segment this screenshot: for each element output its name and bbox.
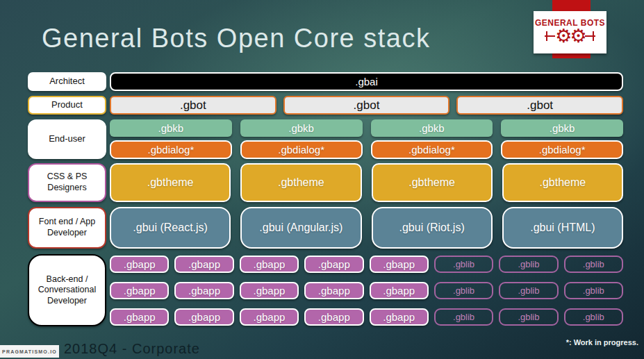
- block-gbkb: .gbkb: [501, 119, 623, 137]
- block-gbapp: .gbapp: [240, 308, 299, 326]
- block-gbapp: .gbapp: [174, 282, 233, 299]
- block-gbdialog: .gbdialog*: [110, 140, 232, 159]
- block-gbapp: .gbapp: [110, 282, 169, 299]
- block-gbapp: .gbapp: [370, 308, 429, 326]
- block-gblib: .gblib: [434, 308, 493, 326]
- block-gbdialog: .gbdialog*: [371, 140, 493, 159]
- role-label-end-user: End-user: [28, 119, 106, 159]
- gears-icon: ⚙⚙: [545, 26, 595, 47]
- block-gblib: .gblib: [564, 256, 623, 273]
- row-gbtheme: .gbtheme .gbtheme .gbtheme .gbtheme: [110, 163, 623, 202]
- block-gbapp: .gbapp: [174, 308, 233, 326]
- block-gbapp: .gbapp: [240, 282, 299, 299]
- pragmatismo-badge: PRAGMATISMO.IO: [0, 345, 59, 358]
- block-gbapp: .gbapp: [110, 256, 169, 273]
- block-gbai: .gbai: [110, 72, 623, 91]
- role-label-backend-conversational-developer: Back-end / Conversational Developer: [28, 254, 106, 326]
- block-gblib: .gblib: [434, 256, 493, 273]
- block-gblib: .gblib: [564, 282, 623, 299]
- row-gbot: .gbot .gbot .gbot: [110, 96, 623, 115]
- block-gbapp: .gbapp: [174, 256, 233, 273]
- block-gbapp: .gbapp: [370, 282, 429, 299]
- general-bots-logo: GENERAL BOTS ⚙⚙: [534, 11, 606, 53]
- block-gbapp: .gbapp: [240, 256, 299, 273]
- row-gbdialog: .gbdialog* .gbdialog* .gbdialog* .gbdial…: [110, 140, 623, 159]
- gear-axle-right-icon: [585, 35, 595, 37]
- gear-icon: ⚙⚙: [555, 26, 584, 47]
- block-gbtheme: .gbtheme: [502, 163, 623, 202]
- block-gbdialog: .gbdialog*: [240, 140, 363, 159]
- block-gbapp: .gbapp: [370, 256, 429, 273]
- block-gbapp: .gbapp: [304, 282, 363, 299]
- block-gbui-react: .gbui (React.js): [110, 207, 231, 249]
- block-gblib: .gblib: [564, 308, 623, 326]
- block-gbapp: .gbapp: [110, 308, 169, 326]
- gear-axle-left-icon: [545, 35, 555, 37]
- row-backend-3: .gbapp .gbapp .gbapp .gbapp .gbapp .gbli…: [110, 308, 623, 326]
- block-gbot: .gbot: [456, 96, 623, 115]
- block-gbtheme: .gbtheme: [240, 163, 361, 202]
- slide-general-bots-open-core-stack: General Bots Open Core stack GENERAL BOT…: [0, 0, 644, 359]
- role-label-css-ps-designers: CSS & PS Designers: [28, 163, 106, 202]
- block-gbtheme: .gbtheme: [110, 163, 231, 202]
- block-gbui-angular: .gbui (Angular.js): [240, 207, 361, 249]
- block-gbapp: .gbapp: [304, 256, 363, 273]
- work-in-progress-note: *: Work in progress.: [566, 338, 638, 347]
- block-gbtheme: .gbtheme: [372, 163, 493, 202]
- block-gbot: .gbot: [110, 96, 276, 115]
- block-gbapp: .gbapp: [304, 308, 363, 326]
- block-gbkb: .gbkb: [240, 119, 363, 137]
- block-gbkb: .gbkb: [110, 119, 232, 137]
- role-label-frontend-app-developer: Font end / App Developer: [28, 207, 106, 249]
- row-gbai: .gbai: [110, 72, 623, 91]
- role-label-architect: Architect: [28, 72, 106, 91]
- row-gbui: .gbui (React.js) .gbui (Angular.js) .gbu…: [110, 207, 623, 249]
- page-title: General Bots Open Core stack: [42, 24, 430, 53]
- row-backend-2: .gbapp .gbapp .gbapp .gbapp .gbapp .gbli…: [110, 282, 623, 299]
- row-backend-1: .gbapp .gbapp .gbapp .gbapp .gbapp .gbli…: [110, 256, 623, 273]
- block-gblib: .gblib: [499, 308, 558, 326]
- block-gblib: .gblib: [499, 256, 558, 273]
- block-gblib: .gblib: [499, 282, 558, 299]
- slide-version-text: 2018Q4 - Corporate: [64, 341, 200, 357]
- block-gbui-html: .gbui (HTML): [502, 207, 623, 249]
- row-gbkb: .gbkb .gbkb .gbkb .gbkb: [110, 119, 623, 137]
- block-gbdialog: .gbdialog*: [501, 140, 623, 159]
- block-gbot: .gbot: [283, 96, 450, 115]
- block-gblib: .gblib: [434, 282, 493, 299]
- block-gbkb: .gbkb: [371, 119, 493, 137]
- role-label-product: Product: [28, 96, 106, 115]
- block-gbui-riot: .gbui (Riot.js): [372, 207, 493, 249]
